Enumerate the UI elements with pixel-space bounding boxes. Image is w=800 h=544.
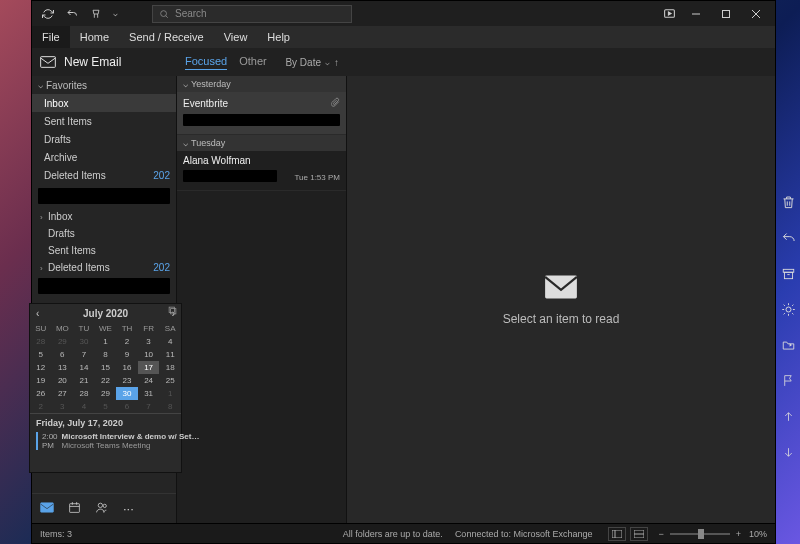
settings-icon[interactable] (781, 302, 796, 320)
account-header[interactable] (38, 188, 170, 204)
calendar-day[interactable]: 7 (73, 348, 95, 361)
calendar-day[interactable]: 16 (116, 361, 138, 374)
cal-prev-icon[interactable]: ‹ (36, 308, 39, 319)
folder-sent[interactable]: Sent Items (32, 112, 176, 130)
menu-home[interactable]: Home (70, 26, 119, 48)
calendar-day[interactable]: 18 (159, 361, 181, 374)
calendar-day[interactable]: 22 (95, 374, 117, 387)
tree-sent[interactable]: Sent Items (32, 242, 176, 259)
up-arrow-icon[interactable] (782, 409, 795, 427)
calendar-day[interactable]: 24 (138, 374, 160, 387)
calendar-day[interactable]: 28 (30, 335, 52, 348)
undo-icon[interactable] (60, 2, 84, 26)
menu-sendreceive[interactable]: Send / Receive (119, 26, 214, 48)
zoom-slider[interactable] (670, 533, 730, 535)
calendar-day[interactable]: 7 (138, 400, 160, 413)
calendar-day[interactable]: 14 (73, 361, 95, 374)
calendar-day[interactable]: 15 (95, 361, 117, 374)
calendar-day[interactable]: 27 (52, 387, 74, 400)
calendar-day[interactable]: 31 (138, 387, 160, 400)
calendar-day[interactable]: 25 (159, 374, 181, 387)
sync-icon[interactable] (36, 2, 60, 26)
calendar-day[interactable]: 28 (73, 387, 95, 400)
menu-view[interactable]: View (214, 26, 258, 48)
zoom-control[interactable]: − + 10% (658, 529, 767, 539)
close-button[interactable] (741, 2, 771, 26)
calendar-header: ‹ July 2020 › (30, 304, 181, 322)
minimize-button[interactable] (681, 2, 711, 26)
coming-soon-icon[interactable] (657, 2, 681, 26)
folder-drafts[interactable]: Drafts (32, 130, 176, 148)
nav-more-icon[interactable]: ··· (123, 501, 134, 516)
calendar-day[interactable]: 19 (30, 374, 52, 387)
pin-icon[interactable] (168, 306, 177, 317)
folder-deleted[interactable]: Deleted Items 202 (32, 166, 176, 184)
tab-focused[interactable]: Focused (185, 55, 227, 70)
tree-inbox[interactable]: ›Inbox (32, 208, 176, 225)
quick-access-icon[interactable] (84, 2, 108, 26)
menu-help[interactable]: Help (257, 26, 300, 48)
nav-calendar-icon[interactable] (68, 501, 81, 517)
nav-people-icon[interactable] (95, 501, 109, 517)
tab-other[interactable]: Other (239, 55, 267, 70)
calendar-day[interactable]: 23 (116, 374, 138, 387)
calendar-day[interactable]: 1 (159, 387, 181, 400)
move-icon[interactable] (781, 338, 796, 355)
calendar-day[interactable]: 5 (95, 400, 117, 413)
group-tuesday[interactable]: Tuesday (177, 135, 346, 151)
tree-drafts[interactable]: Drafts (32, 225, 176, 242)
zoom-in-icon[interactable]: + (736, 529, 741, 539)
cal-dow: SU (30, 322, 52, 335)
folder-archive[interactable]: Archive (32, 148, 176, 166)
calendar-day[interactable]: 17 (138, 361, 160, 374)
archive-icon[interactable] (781, 267, 796, 284)
new-email-button[interactable]: New Email (32, 48, 177, 76)
calendar-day[interactable]: 3 (138, 335, 160, 348)
flag-icon[interactable] (782, 373, 795, 391)
favorites-header[interactable]: Favorites (32, 76, 176, 94)
qat-dropdown-icon[interactable]: ⌵ (108, 2, 122, 26)
calendar-day[interactable]: 4 (73, 400, 95, 413)
calendar-day[interactable]: 8 (95, 348, 117, 361)
calendar-day[interactable]: 29 (95, 387, 117, 400)
sort-by-date[interactable]: By Date ⌵ ↑ (285, 57, 339, 68)
down-arrow-icon[interactable] (782, 445, 795, 463)
account-header-2[interactable] (38, 278, 170, 294)
nav-mail-icon[interactable] (40, 501, 54, 516)
folder-inbox[interactable]: Inbox (32, 94, 176, 112)
calendar-day[interactable]: 12 (30, 361, 52, 374)
calendar-day[interactable]: 6 (116, 400, 138, 413)
zoom-out-icon[interactable]: − (658, 529, 663, 539)
view-reading-button[interactable] (630, 527, 648, 541)
calendar-day[interactable]: 26 (30, 387, 52, 400)
calendar-day[interactable]: 30 (116, 387, 138, 400)
tree-deleted[interactable]: ›Deleted Items 202 (32, 259, 176, 276)
calendar-day[interactable]: 20 (52, 374, 74, 387)
calendar-day[interactable]: 13 (52, 361, 74, 374)
view-normal-button[interactable] (608, 527, 626, 541)
calendar-day[interactable]: 1 (95, 335, 117, 348)
sort-direction-icon[interactable]: ↑ (334, 57, 339, 68)
message-item[interactable]: Alana Wolfman Tue 1:53 PM (177, 151, 346, 191)
calendar-day[interactable]: 2 (116, 335, 138, 348)
calendar-day[interactable]: 2 (30, 400, 52, 413)
calendar-day[interactable]: 11 (159, 348, 181, 361)
calendar-day[interactable]: 6 (52, 348, 74, 361)
delete-icon[interactable] (781, 194, 796, 213)
message-item[interactable]: Eventbrite (177, 92, 346, 135)
undo-icon[interactable] (781, 231, 796, 249)
agenda-item[interactable]: 2:00 PM Microsoft Interview & demo w/ Se… (36, 432, 175, 450)
calendar-day[interactable]: 21 (73, 374, 95, 387)
calendar-day[interactable]: 30 (73, 335, 95, 348)
calendar-day[interactable]: 10 (138, 348, 160, 361)
calendar-day[interactable]: 4 (159, 335, 181, 348)
calendar-day[interactable]: 9 (116, 348, 138, 361)
maximize-button[interactable] (711, 2, 741, 26)
search-input[interactable]: Search (152, 5, 352, 23)
calendar-day[interactable]: 29 (52, 335, 74, 348)
calendar-day[interactable]: 8 (159, 400, 181, 413)
group-yesterday[interactable]: Yesterday (177, 76, 346, 92)
calendar-day[interactable]: 5 (30, 348, 52, 361)
menu-file[interactable]: File (32, 26, 70, 48)
calendar-day[interactable]: 3 (52, 400, 74, 413)
